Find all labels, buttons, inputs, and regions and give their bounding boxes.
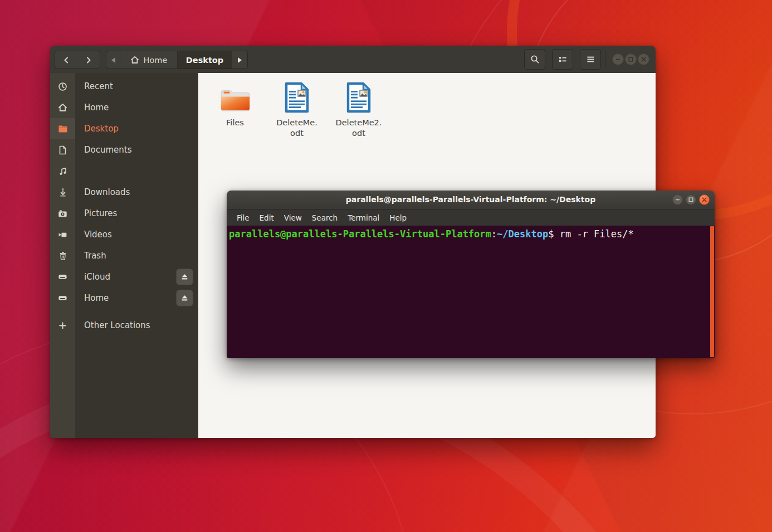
minimize-button[interactable] xyxy=(672,194,683,205)
terminal-window: parallels@parallels-Parallels-Virtual-Pl… xyxy=(227,191,715,358)
prompt-colon: : xyxy=(491,228,497,240)
sidebar-item-label: Home xyxy=(84,293,109,303)
prompt-path: ~/Desktop xyxy=(497,228,548,240)
menu-file[interactable]: File xyxy=(232,213,255,222)
eject-button[interactable] xyxy=(176,290,193,306)
file-item-deleteme2-odt[interactable]: DeleteMe2.odt xyxy=(330,77,388,139)
chevron-right-icon xyxy=(85,56,92,64)
minimize-icon xyxy=(615,56,621,62)
sidebar-item-label: Other Locations xyxy=(84,320,150,330)
sidebar-item-label: Desktop xyxy=(84,124,119,134)
minimize-button[interactable] xyxy=(612,53,624,65)
drive-icon xyxy=(50,266,75,287)
path-scroll-left-button[interactable] xyxy=(106,51,120,69)
prompt-dollar: $ xyxy=(548,228,554,240)
terminal-body[interactable]: parallels@parallels-Parallels-Virtual-Pl… xyxy=(227,226,715,358)
file-item-deleteme-odt[interactable]: DeleteMe.odt xyxy=(268,77,326,139)
sidebar-item-recent[interactable]: Recent xyxy=(50,76,198,97)
path-segment-desktop[interactable]: Desktop xyxy=(177,51,232,69)
writer-document-icon xyxy=(283,82,311,113)
close-button[interactable] xyxy=(638,53,649,65)
search-icon xyxy=(530,55,540,64)
writer-document-icon xyxy=(345,82,373,113)
drive-icon xyxy=(50,287,75,309)
prompt-command: rm -r Files/* xyxy=(554,228,633,240)
triangle-right-icon xyxy=(238,57,242,63)
folder-icon xyxy=(219,86,251,113)
sidebar-item-label: Videos xyxy=(84,230,112,240)
menu-terminal[interactable]: Terminal xyxy=(343,213,384,222)
camera-icon xyxy=(50,203,75,224)
eject-icon xyxy=(180,273,189,281)
sidebar-item-trash[interactable]: Trash xyxy=(50,245,198,266)
sidebar-item-home[interactable]: Home xyxy=(50,97,198,118)
chevron-left-icon xyxy=(62,56,70,64)
sidebar-rows: Recent Home Desktop xyxy=(50,73,198,336)
path-home-label: Home xyxy=(144,56,168,65)
file-item-files-folder[interactable]: Files xyxy=(206,77,264,139)
sidebar-item-label: Trash xyxy=(84,251,106,261)
plus-icon xyxy=(50,315,75,336)
file-label: Files xyxy=(206,118,264,128)
path-scroll-right-button[interactable] xyxy=(232,51,247,69)
video-camera-icon xyxy=(50,224,75,245)
sidebar-item-home-drive[interactable]: Home xyxy=(50,287,198,309)
menu-search[interactable]: Search xyxy=(307,213,343,222)
eject-button[interactable] xyxy=(176,269,193,285)
path-current-label: Desktop xyxy=(186,56,223,65)
sidebar-item-label: Recent xyxy=(84,81,113,91)
maximize-icon xyxy=(628,56,634,62)
menu-help[interactable]: Help xyxy=(384,213,412,222)
terminal-title: parallels@parallels-Parallels-Virtual-Pl… xyxy=(227,191,715,209)
sidebar-item-label: iCloud xyxy=(84,272,110,282)
list-view-icon xyxy=(558,55,568,64)
clock-icon xyxy=(50,76,75,97)
sidebar-item-downloads[interactable]: Downloads xyxy=(50,182,198,203)
forward-button[interactable] xyxy=(77,51,100,69)
nav-button-group xyxy=(55,51,100,69)
prompt-user-host: parallels@parallels-Parallels-Virtual-Pl… xyxy=(229,228,491,240)
sidebar-item-music[interactable] xyxy=(50,160,198,182)
terminal-menubar: File Edit View Search Terminal Help xyxy=(227,209,715,226)
close-icon xyxy=(641,56,647,62)
terminal-prompt-line: parallels@parallels-Parallels-Virtual-Pl… xyxy=(227,226,715,241)
file-label: DeleteMe2.odt xyxy=(330,118,388,139)
sidebar-item-label: Pictures xyxy=(84,208,117,218)
menu-view[interactable]: View xyxy=(279,213,307,222)
terminal-titlebar[interactable]: parallels@parallels-Parallels-Virtual-Pl… xyxy=(227,191,715,209)
back-button[interactable] xyxy=(55,51,77,69)
search-button[interactable] xyxy=(524,49,545,70)
close-icon xyxy=(701,197,707,203)
sidebar-item-other-locations[interactable]: Other Locations xyxy=(50,315,198,336)
sidebar-item-label: Documents xyxy=(84,145,132,155)
sidebar-item-icloud[interactable]: iCloud xyxy=(50,266,198,287)
terminal-scrollbar[interactable] xyxy=(710,226,714,357)
sidebar-item-pictures[interactable]: Pictures xyxy=(50,203,198,224)
sidebar-item-documents[interactable]: Documents xyxy=(50,139,198,160)
maximize-button[interactable] xyxy=(625,53,637,65)
sidebar-item-videos[interactable]: Videos xyxy=(50,224,198,245)
view-toggle-button[interactable] xyxy=(552,49,573,70)
terminal-window-controls xyxy=(672,194,710,205)
eject-icon xyxy=(180,294,189,302)
maximize-button[interactable] xyxy=(686,194,696,205)
file-label: DeleteMe.odt xyxy=(268,118,326,139)
sidebar-item-label: Downloads xyxy=(84,187,130,197)
home-icon xyxy=(130,56,139,64)
folder-icon xyxy=(50,118,75,139)
maximize-icon xyxy=(688,197,694,203)
file-grid: Files xyxy=(206,77,392,139)
home-icon xyxy=(50,97,75,118)
trash-icon xyxy=(50,245,75,266)
file-manager-headerbar[interactable]: Home Desktop xyxy=(50,46,656,74)
hamburger-icon xyxy=(586,55,595,64)
menu-edit[interactable]: Edit xyxy=(255,213,279,222)
hamburger-menu-button[interactable] xyxy=(580,49,601,70)
minimize-icon xyxy=(675,197,681,203)
sidebar-item-label: Home xyxy=(84,103,109,113)
sidebar-item-desktop[interactable]: Desktop xyxy=(50,118,198,139)
header-separator xyxy=(605,51,605,67)
music-note-icon xyxy=(50,160,75,182)
path-segment-home[interactable]: Home xyxy=(120,51,177,69)
close-button[interactable] xyxy=(699,194,710,205)
